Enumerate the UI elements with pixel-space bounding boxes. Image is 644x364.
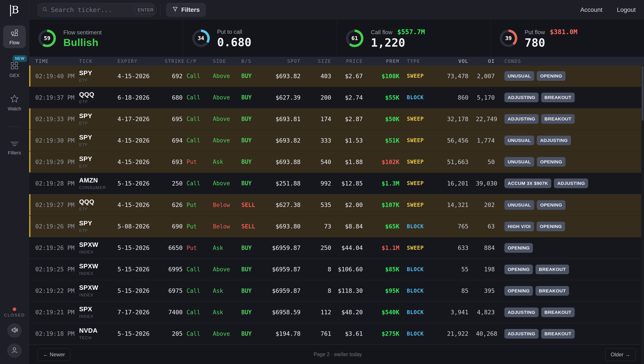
table-row[interactable]: 02:19:22 PM SPXW INDEX 5-15-2026 6975 Ca…	[29, 280, 644, 302]
table-row[interactable]: 02:19:25 PM SPXW INDEX 5-15-2026 6995 Ca…	[29, 259, 644, 280]
volume: 55	[440, 266, 476, 273]
call-put: Put	[187, 245, 213, 251]
expiry-date: 5-15-2026	[118, 266, 165, 273]
table-row[interactable]: 02:19:29 PM SPY ETF 4-15-2026 693 Put As…	[29, 151, 644, 173]
column-header[interactable]: TYPE	[407, 58, 440, 64]
ticker-symbol: NVDA	[79, 327, 118, 334]
put-to-call-card: 34 Put to call 0.680	[183, 20, 337, 57]
app-root: B Flow NEW	[0, 0, 644, 364]
ticker-cell: AMZN CONSUMER	[79, 177, 118, 190]
premium: $50K	[369, 116, 407, 122]
condition-badge: BREAKOUT	[541, 329, 575, 338]
call-flow-card: 61 Call flow$557.7M 1,220	[337, 20, 490, 57]
filters-button[interactable]: Filters	[166, 3, 206, 17]
condition-badge: ADJUSTING	[504, 114, 539, 124]
open-interest: 1,774	[476, 137, 504, 144]
spot-price: $6959.87	[266, 287, 307, 294]
sound-button[interactable]	[7, 323, 22, 338]
conditions-cell: ADJUSTINGBREAKOUT	[504, 329, 638, 338]
column-header[interactable]: SIZE	[307, 58, 336, 64]
ticker-symbol: SPY	[79, 155, 118, 162]
spot-price: $693.82	[266, 73, 307, 80]
premium: $85K	[369, 266, 407, 273]
call-flow-count: 1,220	[371, 37, 425, 48]
main-area: ENTER Filters Account Logout 59 Flow sen…	[29, 0, 644, 364]
ticker-sector: INDEX	[79, 292, 118, 298]
call-flow-amount: $557.7M	[397, 28, 425, 36]
fill-side: Below	[213, 202, 241, 208]
buy-sell: SELL	[241, 202, 266, 208]
column-header[interactable]: STRIKE	[165, 58, 187, 64]
scrollbar-thumb[interactable]	[641, 66, 643, 121]
app-logo[interactable]: B	[10, 5, 19, 16]
put-flow-count: 780	[525, 37, 578, 48]
ticker-sector: ETF	[79, 100, 118, 104]
column-header[interactable]: C/P	[187, 58, 213, 64]
profile-button[interactable]	[7, 344, 22, 358]
column-header[interactable]: B/S	[241, 58, 266, 64]
account-link[interactable]: Account	[580, 6, 602, 13]
sidebar-item-filters[interactable]: Filters	[3, 137, 26, 158]
table-row[interactable]: 02:19:40 PM SPY ETF 4-15-2026 692 Call A…	[29, 66, 644, 87]
expiry-date: 5-15-2026	[118, 244, 165, 251]
condition-badge: UNUSUAL	[504, 136, 534, 145]
logout-link[interactable]: Logout	[617, 6, 636, 13]
volume: 765	[440, 223, 476, 230]
ticker-symbol: SPXW	[79, 262, 118, 270]
column-header[interactable]: OI	[476, 58, 504, 64]
trade-time: 02:19:40 PM	[35, 73, 79, 80]
column-header[interactable]: EXPIRY	[118, 58, 165, 64]
sidebar-item-flow[interactable]: Flow	[3, 26, 26, 48]
newer-page-button[interactable]: ← Newer	[38, 348, 70, 361]
column-header[interactable]: PREM	[369, 58, 407, 64]
table-row[interactable]: 02:19:28 PM AMZN CONSUMER 5-15-2026 250 …	[29, 173, 644, 194]
call-put: Call	[187, 73, 213, 79]
trade-time: 02:19:26 PM	[35, 223, 79, 230]
ticker-cell: SPXW INDEX	[79, 262, 118, 276]
sidebar-item-gex[interactable]: NEW GEX	[3, 58, 26, 81]
option-price: $1.53	[336, 137, 369, 144]
column-header[interactable]: SPOT	[266, 58, 307, 64]
table-row[interactable]: 02:19:27 PM QQQ ETF 4-15-2026 626 Put Be…	[29, 194, 644, 216]
search-box[interactable]: ENTER	[38, 3, 155, 17]
column-header[interactable]: PRICE	[336, 58, 369, 64]
ticker-symbol: QQQ	[79, 198, 118, 206]
trade-type: SWEEP	[407, 116, 440, 122]
conditions-cell: ACCUM 3X $907KADJUSTING	[504, 178, 638, 188]
trade-size: 112	[307, 309, 336, 316]
call-put: Call	[187, 116, 213, 122]
table-row[interactable]: 02:19:21 PM SPX INDEX 7-17-2026 7400 Cal…	[29, 302, 644, 323]
strike-price: 693	[165, 158, 187, 165]
sidebar-divider	[8, 126, 21, 127]
table-row[interactable]: 02:19:33 PM SPY ETF 4-17-2026 695 Call A…	[29, 108, 644, 130]
volume: 56,456	[440, 137, 476, 144]
buy-sell: BUY	[241, 73, 266, 79]
buy-sell: BUY	[241, 288, 266, 294]
option-price: $118.30	[336, 287, 369, 294]
buy-sell: BUY	[241, 137, 266, 144]
call-put: Put	[187, 223, 213, 230]
table-row[interactable]: 02:19:18 PM NVDA TECH 5-15-2026 205 Call…	[29, 323, 644, 345]
conditions-cell: ADJUSTINGBREAKOUT	[504, 93, 638, 102]
older-page-button[interactable]: Older →	[605, 348, 636, 361]
option-price: $44.04	[336, 244, 369, 251]
column-header[interactable]: SIDE	[213, 58, 241, 64]
table-row[interactable]: 02:19:26 PM SPY ETF 5-08-2026 690 Put Be…	[29, 216, 644, 238]
table-row[interactable]: 02:19:26 PM SPXW INDEX 5-15-2026 6650 Pu…	[29, 238, 644, 259]
condition-badge: OPENING	[504, 264, 533, 274]
table-scrollbar[interactable]	[641, 66, 644, 364]
table-row[interactable]: 02:19:30 PM SPY ETF 4-15-2026 694 Call A…	[29, 130, 644, 151]
column-header[interactable]: TIME	[35, 58, 79, 64]
column-header[interactable]: CONDS	[504, 58, 638, 64]
buy-sell: BUY	[241, 94, 266, 101]
spot-price: $693.88	[266, 158, 307, 165]
sidebar-item-watch[interactable]: Watch	[3, 91, 26, 114]
trade-type: SWEEP	[407, 202, 440, 208]
table-row[interactable]: 02:19:37 PM QQQ ETF 6-18-2026 680 Call A…	[29, 87, 644, 108]
column-header[interactable]: TICK	[79, 58, 118, 64]
column-header[interactable]: VOL	[440, 58, 476, 64]
search-input[interactable]	[51, 6, 132, 14]
condition-badge: UNUSUAL	[504, 71, 534, 81]
trade-size: 333	[307, 137, 336, 144]
buy-sell: BUY	[241, 116, 266, 122]
